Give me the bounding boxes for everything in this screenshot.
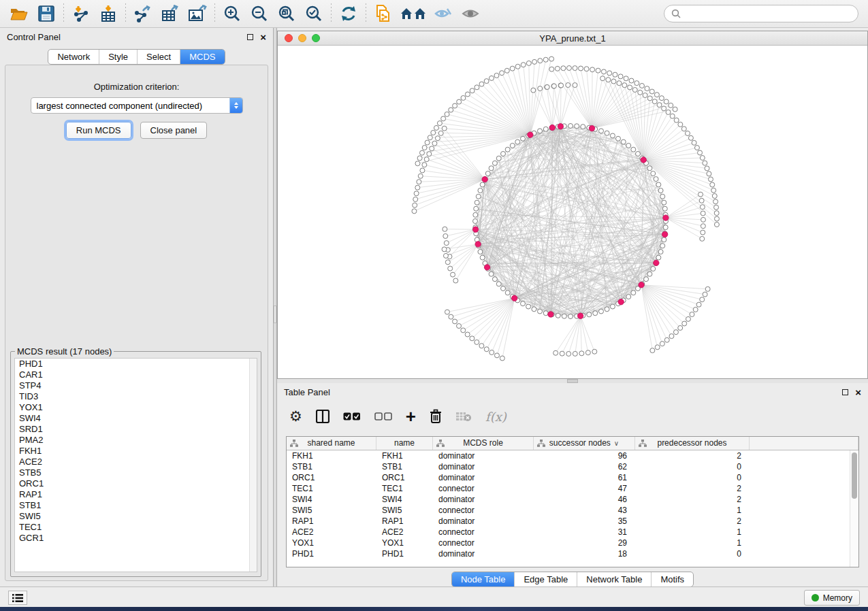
mcds-result-item[interactable]: TEC1 [15,522,257,533]
table-tab-motifs[interactable]: Motifs [651,572,693,587]
task-history-button[interactable] [8,591,27,605]
save-session-button[interactable] [33,2,60,25]
criterion-select[interactable]: largest connected component (undirected) [31,97,243,114]
trash-icon [430,409,442,424]
close-panel-button[interactable]: Close panel [140,122,208,139]
memory-button[interactable]: Memory [804,590,860,606]
table-row[interactable]: SWI4SWI4dominator462 [287,494,858,505]
mcds-result-item[interactable]: ACE2 [15,457,257,467]
tab-select[interactable]: Select [137,50,180,64]
network-window-titlebar[interactable]: YPA_prune.txt_1 [278,31,867,46]
table-scrollbar[interactable] [850,450,858,567]
table-cell: 18 [534,548,635,559]
table-row[interactable]: STB1STB1dominator620 [287,461,858,472]
unselect-all-columns-icon[interactable] [374,406,392,427]
mcds-result-item[interactable]: SWI5 [15,511,257,522]
table-row[interactable]: ACE2ACE2connector311 [287,527,858,538]
close-panel-icon[interactable]: × [855,387,861,397]
column-header-shared-name[interactable]: shared name [287,437,376,450]
mcds-tab-content: Optimization criterion: largest connecte… [5,65,268,581]
float-panel-icon[interactable] [247,34,253,40]
tab-network[interactable]: Network [48,50,99,64]
sort-indicator-icon[interactable]: ∨ [614,440,619,447]
show-hidden-button[interactable] [457,2,484,25]
table-row[interactable]: PHD1PHD1dominator180 [287,548,858,559]
mcds-result-item[interactable]: ORC1 [15,478,257,489]
search-box[interactable] [664,5,858,22]
tab-mcds[interactable]: MCDS [180,50,224,64]
mcds-result-item[interactable]: SWI4 [15,413,257,424]
column-header-MCDS-role[interactable]: MCDS role [433,437,534,450]
first-neighbors-button[interactable] [397,2,430,25]
zoom-out-button[interactable] [246,2,273,25]
zoom-selected-button[interactable] [300,2,327,25]
table-cell: 1 [635,505,750,516]
table-tab-edge-table[interactable]: Edge Table [514,572,577,587]
table-tab-node-table[interactable]: Node Table [452,572,515,587]
table-row[interactable]: ORC1ORC1dominator610 [287,472,858,483]
table-cell: 47 [534,483,635,494]
table-cell: TEC1 [376,483,433,494]
table-settings-icon[interactable]: ⚙ [289,406,302,427]
scrollbar-thumb[interactable] [852,452,857,499]
zoom-in-button[interactable] [219,2,246,25]
mcds-result-item[interactable]: GCR1 [15,533,257,544]
table-cell: dominator [433,450,534,461]
mcds-result-item[interactable]: FKH1 [15,446,257,457]
mcds-result-item[interactable]: CAR1 [15,369,257,380]
export-network-icon [133,5,152,22]
toolbar-separator [63,3,64,24]
open-file-button[interactable] [5,2,33,25]
export-table-button[interactable] [157,2,184,25]
splitter-grip[interactable] [274,306,276,323]
mcds-result-item[interactable]: PHD1 [15,359,257,369]
column-header-predecessor-nodes[interactable]: predecessor nodes [635,437,750,450]
mcds-result-item[interactable]: YOX1 [15,402,257,413]
mcds-result-list[interactable]: PHD1CAR1STP4TID3YOX1SWI4SRD1PMA2FKH1ACE2… [14,358,257,572]
table-tab-network-table[interactable]: Network Table [577,572,651,587]
create-column-icon[interactable]: + [406,406,416,427]
mcds-result-item[interactable]: STB5 [15,467,257,478]
column-header-successor-nodes[interactable]: successor nodes∨ [534,437,635,450]
tab-style[interactable]: Style [99,50,137,64]
table-panel: Table Panel × ⚙ + [277,383,868,585]
export-network-button[interactable] [129,2,157,25]
search-input[interactable] [685,9,851,18]
function-builder-icon: f(x) [485,406,507,427]
mcds-result-item[interactable]: STP4 [15,380,257,391]
table-panel-title: Table Panel [284,387,330,397]
table-cell: YOX1 [287,538,376,548]
table-row[interactable]: SWI5SWI5connector431 [287,505,858,516]
mcds-result-item[interactable]: PMA2 [15,435,257,446]
run-mcds-button[interactable]: Run MCDS [66,122,131,139]
list-scrollbar[interactable] [249,359,257,572]
table-row[interactable]: RAP1RAP1dominator352 [287,516,858,527]
show-columns-icon[interactable] [316,406,329,427]
delete-column-icon[interactable] [430,406,442,427]
refresh-view-button[interactable] [335,2,362,25]
mcds-result-item[interactable]: TID3 [15,391,257,402]
duplicate-network-button[interactable] [370,2,397,25]
float-panel-icon[interactable] [842,389,848,395]
select-all-columns-icon[interactable] [343,406,361,427]
zoom-fit-button[interactable] [273,2,300,25]
table-cell: SWI4 [287,494,376,505]
memory-button-label: Memory [823,593,852,603]
mcds-result-item[interactable]: SRD1 [15,424,257,435]
import-table-button[interactable] [95,2,122,25]
table-row[interactable]: FKH1FKH1dominator962 [287,450,858,461]
mcds-result-item[interactable]: RAP1 [15,489,257,500]
table-cell: dominator [433,548,534,559]
network-canvas[interactable] [278,46,867,378]
import-network-button[interactable] [67,2,95,25]
export-image-button[interactable] [184,2,211,25]
hide-selected-button[interactable] [430,2,457,25]
table-row[interactable]: TEC1TEC1connector472 [287,483,858,494]
mcds-result-item[interactable]: STB1 [15,500,257,511]
node-table[interactable]: shared namenameMCDS rolesuccessor nodes∨… [286,436,859,567]
close-panel-icon[interactable]: × [260,32,266,42]
network-window-title: YPA_prune.txt_1 [278,33,867,44]
table-row[interactable]: YOX1YOX1connector291 [287,538,858,548]
control-panel-title: Control Panel [7,32,61,42]
column-header-name[interactable]: name [376,437,433,450]
